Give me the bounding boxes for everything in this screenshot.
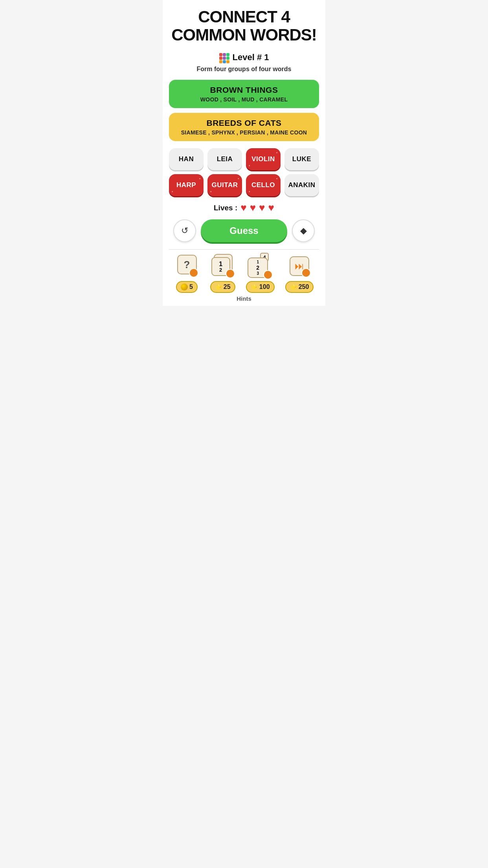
- hint-count-badge: [263, 270, 273, 280]
- word-tile-cello[interactable]: CELLO: [246, 174, 281, 196]
- hint-reveal-cost: ⭐ 25: [210, 281, 235, 293]
- hint-question-cost: 5: [176, 281, 198, 293]
- heart-3: ♥: [259, 202, 265, 214]
- hint-skip-badge: [301, 268, 311, 278]
- category-items-yellow: SIAMESE , SPHYNX , PERSIAN , MAINE COON: [175, 129, 313, 136]
- category-title-green: BROWN THINGS: [175, 85, 313, 95]
- guess-button[interactable]: Guess: [201, 219, 287, 242]
- level-label: Level # 1: [233, 52, 269, 63]
- erase-button[interactable]: ◆: [292, 219, 315, 242]
- app-title: CONNECT 4 COMMON WORDS!: [171, 8, 317, 44]
- word-grid: HANLEIAVIOLINLUKEHARPGUITARCELLOANAKIN: [169, 148, 319, 196]
- hint-skip-cost: ⭐ 250: [285, 281, 314, 293]
- word-tile-violin[interactable]: VIOLIN: [246, 148, 281, 170]
- coin-icon-4: ⭐: [290, 283, 297, 291]
- hint-reveal-icon-wrap: 1 2: [210, 254, 235, 279]
- word-tile-harp[interactable]: HARP: [169, 174, 204, 196]
- word-tile-han[interactable]: HAN: [169, 148, 204, 170]
- hint-question-item[interactable]: ? 5: [174, 254, 200, 293]
- heart-1: ♥: [240, 202, 246, 214]
- coin-icon-3: ⭐: [251, 283, 258, 291]
- word-tile-guitar[interactable]: GUITAR: [207, 174, 242, 196]
- shuffle-button[interactable]: ↺: [173, 219, 196, 242]
- word-tile-luke[interactable]: LUKE: [284, 148, 319, 170]
- hint-skip-item[interactable]: ⏭ ⭐ 250: [285, 254, 314, 293]
- hint-question-icon-wrap: ?: [174, 254, 200, 279]
- category-items-green: WOOD , SOIL , MUD , CARAMEL: [175, 96, 313, 103]
- hints-label: Hints: [169, 295, 319, 302]
- word-tile-leia[interactable]: LEIA: [207, 148, 242, 170]
- hint-question-badge: [189, 268, 198, 278]
- hint-skip-icon-wrap: ⏭: [287, 254, 312, 279]
- heart-2: ♥: [250, 202, 256, 214]
- hint-count-item[interactable]: 4 1 2 3 ⭐ 100: [246, 254, 275, 293]
- level-row: Level # 1: [219, 51, 269, 63]
- coin-icon-2: ⭐: [215, 283, 222, 291]
- coin-icon-1: [181, 283, 188, 291]
- lives-label: Lives :: [214, 204, 237, 212]
- hint-count-icon-wrap: 4 1 2 3: [248, 254, 273, 279]
- category-brown-things: BROWN THINGS WOOD , SOIL , MUD , CARAMEL: [169, 80, 319, 108]
- hints-section: ? 5 1 2: [169, 249, 319, 302]
- level-grid-icon: [219, 51, 229, 63]
- hints-row: ? 5 1 2: [169, 254, 319, 293]
- word-tile-anakin[interactable]: ANAKIN: [284, 174, 319, 196]
- heart-4: ♥: [268, 202, 274, 214]
- hint-count-cost: ⭐ 100: [246, 281, 275, 293]
- lives-row: Lives : ♥ ♥ ♥ ♥: [214, 202, 274, 214]
- hint-reveal-badge: [226, 269, 235, 278]
- subtitle: Form four groups of four words: [197, 66, 292, 73]
- action-row: ↺ Guess ◆: [169, 219, 319, 242]
- hint-reveal-item[interactable]: 1 2 ⭐ 25: [210, 254, 235, 293]
- app-container: CONNECT 4 COMMON WORDS! Level # 1 Form f…: [163, 0, 325, 306]
- category-title-yellow: BREEDS OF CATS: [175, 118, 313, 128]
- category-breeds-of-cats: BREEDS OF CATS SIAMESE , SPHYNX , PERSIA…: [169, 113, 319, 141]
